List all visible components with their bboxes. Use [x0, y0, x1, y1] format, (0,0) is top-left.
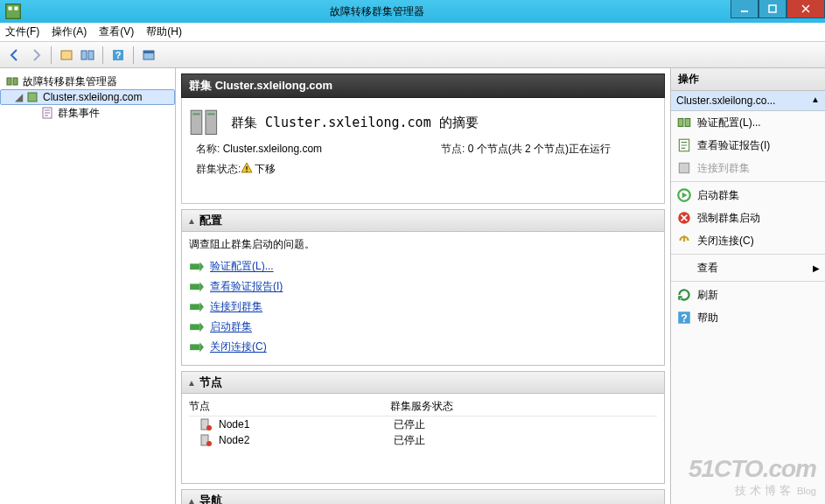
config-section: ▲配置 调查阻止群集启动的问题。 验证配置(L)... 查看验证报告(I) 连接… [181, 209, 665, 366]
link-close-connection[interactable]: 关闭连接(C) [189, 340, 657, 354]
svg-rect-20 [247, 166, 248, 170]
show-hide-tree-button[interactable] [57, 46, 76, 65]
submenu-arrow-icon: ▶ [813, 263, 820, 273]
svg-rect-1 [9, 7, 12, 10]
svg-rect-33 [685, 119, 690, 127]
status-value: 下移 [255, 162, 276, 177]
action-start[interactable]: 启动群集 [671, 184, 825, 206]
toolbar-divider [51, 46, 52, 64]
action-view-report[interactable]: 查看验证报告(I) [671, 134, 825, 157]
tree-cluster-label: Cluster.sxleilong.com [43, 91, 142, 103]
svg-rect-23 [190, 284, 199, 290]
action-validate[interactable]: 验证配置(L)... [671, 111, 825, 134]
svg-rect-18 [192, 113, 199, 115]
actions-subtitle[interactable]: Cluster.sxleilong.co... ▲ [671, 91, 825, 111]
summary-title: 群集 Cluster.sxleilong.com 的摘要 [231, 115, 479, 131]
nav-forward-button[interactable] [26, 46, 45, 65]
report-icon [676, 137, 692, 153]
help-icon: ? [676, 310, 692, 326]
action-refresh[interactable]: 刷新 [671, 284, 825, 306]
summary-block: 群集 Cluster.sxleilong.com 的摘要 名称: Cluster… [181, 98, 665, 204]
toolbar: ? [0, 42, 825, 68]
tree-pane: 故障转移群集管理器 ◢ Cluster.sxleilong.com 群集事件 [0, 68, 176, 504]
header-prefix: 群集 [189, 79, 212, 92]
svg-rect-19 [207, 113, 214, 115]
window-title: 故障转移群集管理器 [23, 4, 731, 19]
start-icon [676, 187, 692, 203]
help-toolbar-button[interactable]: ? [108, 46, 128, 65]
node-status: 已停止 [394, 433, 569, 448]
svg-text:?: ? [115, 50, 122, 60]
node-stopped-icon [199, 418, 215, 430]
config-header[interactable]: ▲配置 [182, 210, 664, 232]
name-label: 名称: [196, 143, 220, 155]
menu-action[interactable]: 操作(A) [52, 24, 87, 39]
node-row[interactable]: Node1 已停止 [189, 416, 657, 432]
tree-root-label: 故障转移群集管理器 [23, 74, 117, 89]
tree-events[interactable]: 群集事件 [0, 105, 175, 121]
cluster-manager-icon [5, 74, 19, 88]
link-view-report[interactable]: 查看验证报告(I) [189, 279, 657, 294]
action-help[interactable]: ?帮助 [671, 306, 825, 329]
node-name: Node2 [219, 434, 394, 446]
node-count-value: 0 个节点(共 2 个节点)正在运行 [468, 143, 611, 155]
header-name: Cluster.sxleilong.com [215, 79, 332, 92]
link-validate[interactable]: 验证配置(L)... [189, 259, 657, 274]
svg-rect-6 [81, 51, 87, 60]
warning-icon [241, 162, 253, 174]
svg-point-28 [206, 425, 212, 430]
close-conn-icon [676, 233, 692, 248]
svg-rect-14 [28, 93, 37, 102]
status-label: 群集状态: [196, 162, 241, 177]
nav-back-button[interactable] [5, 46, 24, 65]
collapse-icon: ▲ [187, 378, 196, 388]
link-connect[interactable]: 连接到群集 [189, 299, 657, 314]
config-hint: 调查阻止群集启动的问题。 [189, 237, 657, 252]
title-bar: 故障转移群集管理器 [0, 0, 825, 23]
tree-root[interactable]: 故障转移群集管理器 [0, 74, 175, 89]
link-start-cluster[interactable]: 启动群集 [189, 319, 657, 334]
menu-file[interactable]: 文件(F) [5, 24, 39, 39]
arrow-icon [189, 281, 205, 293]
svg-rect-4 [769, 5, 776, 12]
maximize-button[interactable] [759, 0, 787, 18]
action-view[interactable]: 查看▶ [671, 256, 825, 279]
actions-title: 操作 [671, 68, 825, 91]
close-button[interactable] [787, 0, 825, 18]
node-row[interactable]: Node2 已停止 [189, 432, 657, 448]
node-status: 已停止 [394, 417, 569, 432]
svg-rect-7 [88, 51, 94, 60]
name-value: Cluster.sxleilong.com [223, 143, 322, 155]
action-force-start[interactable]: 强制群集启动 [671, 206, 825, 229]
refresh-icon [676, 287, 692, 303]
actions-pane-button[interactable] [139, 46, 158, 65]
svg-rect-25 [190, 324, 199, 330]
tree-cluster[interactable]: ◢ Cluster.sxleilong.com [0, 89, 175, 105]
arrow-icon [189, 261, 205, 273]
toolbar-divider [133, 46, 134, 64]
layout-button[interactable] [78, 46, 97, 65]
svg-rect-3 [741, 10, 748, 12]
menu-bar: 文件(F) 操作(A) 查看(V) 帮助(H) [0, 23, 825, 42]
expand-icon[interactable]: ◢ [15, 91, 25, 103]
svg-rect-0 [6, 4, 21, 19]
server-icon [187, 107, 224, 138]
cluster-icon [25, 90, 39, 104]
action-close-conn[interactable]: 关闭连接(C) [671, 229, 825, 252]
col-node: 节点 [189, 399, 390, 416]
svg-rect-13 [13, 78, 17, 85]
col-status: 群集服务状态 [390, 399, 565, 416]
nodes-header[interactable]: ▲节点 [182, 372, 664, 394]
svg-rect-21 [247, 171, 248, 172]
svg-rect-35 [679, 163, 689, 172]
connect-icon [676, 160, 692, 176]
menu-view[interactable]: 查看(V) [99, 24, 134, 39]
minimize-button[interactable] [731, 0, 759, 18]
dropdown-icon[interactable]: ▲ [811, 94, 820, 107]
svg-rect-22 [190, 263, 199, 270]
node-stopped-icon [199, 434, 215, 446]
collapse-icon: ▲ [187, 496, 196, 505]
menu-help[interactable]: 帮助(H) [146, 24, 182, 39]
nav-header[interactable]: ▲导航 [182, 490, 664, 504]
svg-text:?: ? [681, 312, 688, 325]
